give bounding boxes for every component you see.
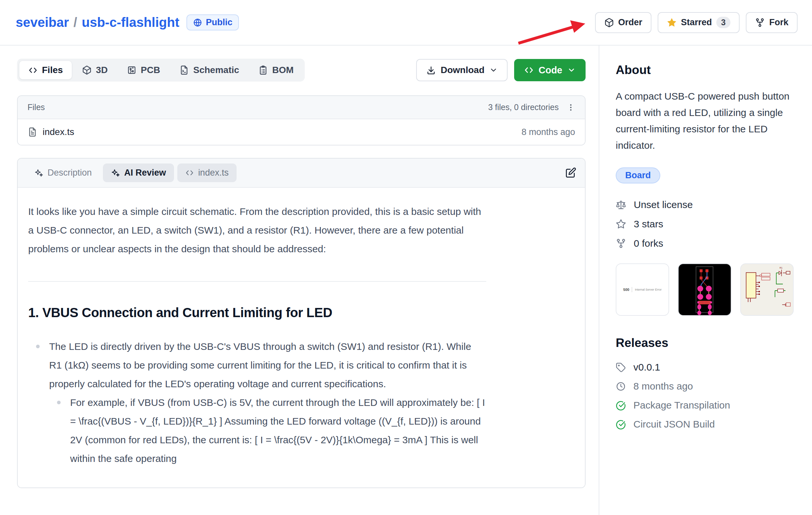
release-date-label: 8 months ago	[633, 381, 693, 392]
tab-schematic[interactable]: Schematic	[170, 61, 248, 79]
stars-row[interactable]: 3 stars	[616, 218, 794, 230]
forks-row[interactable]: 0 forks	[616, 238, 794, 249]
download-button[interactable]: Download	[416, 59, 508, 81]
sparkles-icon	[34, 169, 43, 178]
schematic-file-icon	[179, 65, 189, 75]
release-version-label: v0.0.1	[633, 362, 660, 373]
svg-text:R1: R1	[780, 267, 783, 269]
visibility-badge: Public	[186, 14, 239, 30]
ai-review-content: It looks like you have a simple circuit …	[18, 188, 585, 487]
pcb-render	[678, 264, 731, 315]
fork-icon	[755, 18, 765, 28]
sidebar: About A compact USB-C powered push butto…	[599, 46, 812, 515]
clock-icon	[616, 381, 626, 392]
file-link[interactable]: index.ts	[28, 127, 75, 137]
content-divider	[28, 281, 486, 282]
review-intro-paragraph: It looks like you have a simple circuit …	[28, 202, 486, 258]
review-bullet-2: For example, if VBUS (from USB-C) is 5V,…	[70, 397, 485, 464]
cube-icon	[82, 65, 92, 75]
files-card-title: Files	[28, 102, 45, 112]
thumbnail-pcb-preview[interactable]	[678, 263, 731, 316]
clipboard-list-icon	[258, 65, 268, 75]
fork-icon	[616, 238, 626, 249]
file-updated-label: 8 months ago	[521, 127, 575, 137]
table-row[interactable]: index.ts 8 months ago	[18, 119, 585, 145]
page-body: Files 3D PCB Schematic BOM	[0, 46, 812, 515]
download-label: Download	[441, 65, 485, 75]
schematic-render: R1	[741, 264, 793, 315]
release-check-circuit-json-label: Circuit JSON Build	[633, 419, 715, 430]
tab-ai-review[interactable]: AI Review	[103, 163, 174, 182]
tab-files[interactable]: Files	[19, 61, 72, 79]
repo-header: seveibar / usb-c-flashlight Public Order…	[0, 0, 812, 46]
star-button[interactable]: Starred 3	[658, 12, 740, 33]
star-outline-icon	[616, 219, 626, 229]
code-button[interactable]: Code	[514, 59, 586, 81]
about-description: A compact USB-C powered push button boar…	[616, 88, 794, 154]
view-tabs: Files 3D PCB Schematic BOM	[17, 59, 305, 82]
thumbnail-schematic-preview[interactable]: R1	[740, 263, 794, 316]
star-button-label: Starred	[681, 18, 712, 28]
code-icon	[28, 65, 38, 75]
tag-icon	[616, 362, 626, 372]
tab-ai-review-label: AI Review	[124, 168, 166, 178]
repo-title: seveibar / usb-c-flashlight Public	[16, 14, 239, 30]
kebab-menu-icon[interactable]	[567, 103, 575, 112]
review-section-heading: 1. VBUS Connection and Current Limiting …	[28, 303, 486, 322]
tab-description-label: Description	[48, 168, 92, 178]
tab-index-ts-label: index.ts	[198, 168, 229, 178]
viewer-tabbar: Description AI Review index.ts	[18, 158, 585, 188]
tab-schematic-label: Schematic	[193, 65, 239, 75]
tab-3d-label: 3D	[96, 65, 108, 75]
header-actions: Order Starred 3 Fork	[595, 12, 798, 33]
tab-bom[interactable]: BOM	[250, 61, 302, 79]
repo-name-link[interactable]: usb-c-flashlight	[82, 15, 179, 30]
tab-index-ts[interactable]: index.ts	[177, 163, 237, 182]
code-icon	[524, 65, 534, 75]
check-circle-icon	[616, 419, 626, 429]
package-icon	[604, 18, 614, 28]
edit-button[interactable]	[565, 167, 576, 179]
repo-owner-link[interactable]: seveibar	[16, 15, 69, 30]
releases-title: Releases	[616, 336, 794, 350]
chevron-down-icon	[489, 66, 498, 74]
release-check-transpilation-label: Package Transpilation	[633, 400, 730, 411]
release-version-row[interactable]: v0.0.1	[616, 362, 794, 373]
stars-label: 3 stars	[634, 218, 663, 230]
check-circle-icon	[616, 400, 626, 411]
thumbnail-3d-preview[interactable]: 500 Internal Server Error	[616, 263, 669, 316]
pcb-icon	[127, 65, 137, 75]
tag-board[interactable]: Board	[616, 168, 660, 183]
main-column: Files 3D PCB Schematic BOM	[0, 46, 599, 515]
license-label: Unset license	[634, 199, 693, 210]
fork-button[interactable]: Fork	[746, 12, 798, 33]
files-summary: 3 files, 0 directories	[488, 102, 559, 112]
tab-bom-label: BOM	[272, 65, 294, 75]
sparkles-icon	[111, 169, 120, 178]
file-icon	[28, 127, 37, 137]
tab-description[interactable]: Description	[26, 163, 99, 182]
view-toolbar: Files 3D PCB Schematic BOM	[17, 59, 586, 82]
order-label: Order	[618, 18, 643, 28]
error-message: Internal Server Error	[635, 288, 662, 291]
tab-files-label: Files	[42, 65, 63, 75]
files-card-header: Files 3 files, 0 directories	[18, 96, 585, 119]
license-row[interactable]: Unset license	[616, 199, 794, 210]
forks-label: 0 forks	[634, 238, 663, 249]
tab-3d[interactable]: 3D	[73, 61, 117, 79]
tab-pcb[interactable]: PCB	[118, 61, 169, 79]
star-icon	[667, 18, 677, 28]
repo-title-separator: /	[74, 15, 77, 30]
download-icon	[426, 65, 436, 75]
globe-icon	[193, 18, 202, 27]
order-button[interactable]: Order	[595, 12, 652, 33]
error-separator	[632, 287, 632, 292]
file-name-label: index.ts	[42, 127, 75, 137]
scale-icon	[616, 200, 626, 210]
visibility-label: Public	[206, 18, 232, 28]
list-item: For example, if VBUS (from USB-C) is 5V,…	[70, 393, 486, 468]
code-button-label: Code	[539, 65, 562, 76]
review-bullet-list: The LED is directly driven by the USB-C'…	[28, 337, 486, 468]
fork-button-label: Fork	[769, 18, 788, 28]
review-bullet-1: The LED is directly driven by the USB-C'…	[49, 341, 471, 389]
